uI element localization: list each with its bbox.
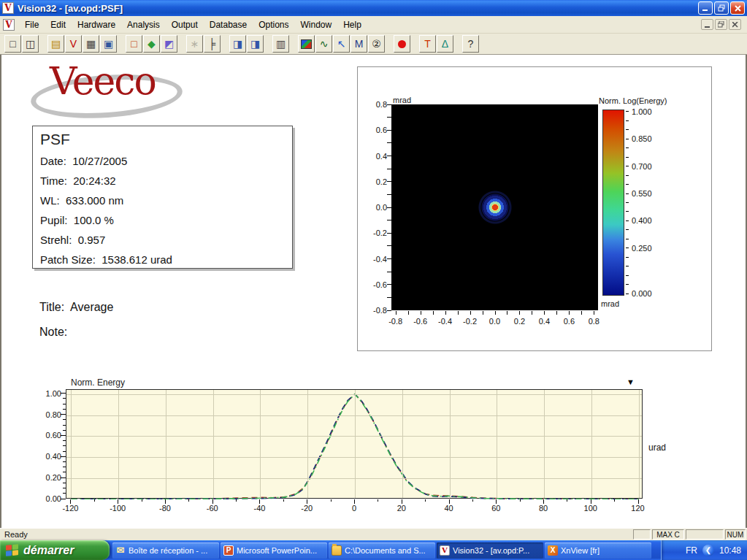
minimize-button[interactable] [698, 1, 713, 15]
close-button[interactable] [730, 1, 745, 15]
colorbar-tick-label: 0.250 [632, 244, 661, 253]
chart-y-tick [63, 445, 66, 446]
menu-item-options[interactable]: Options [253, 18, 294, 32]
x-axis-tick [569, 311, 570, 315]
psf-heading: PSF [40, 131, 292, 148]
x-axis-tick-label: -0.2 [461, 317, 479, 326]
taskbar-task-vision[interactable]: VVision32 - [av.opd:P... [437, 542, 543, 559]
chart-gridline-v [166, 390, 166, 498]
mdi-close-button[interactable] [729, 19, 741, 30]
xnview-icon: X [548, 545, 558, 556]
save-button[interactable]: ▣ [100, 35, 117, 53]
note-line: Note: [39, 326, 71, 339]
menu-item-help[interactable]: Help [337, 18, 367, 32]
masks-button[interactable]: ◩ [161, 35, 177, 53]
start-button[interactable]: démarrer [0, 540, 110, 560]
psf-2d-image[interactable] [391, 104, 598, 310]
chart-y-tick-label: 1.00 [39, 389, 61, 398]
chart-y-tick [63, 472, 66, 472]
psf-field-time: Time: 20:24:32 [40, 171, 292, 191]
colorbar-tick [626, 157, 629, 158]
taskbar: démarrer ✉Boîte de réception - ...PMicro… [0, 540, 747, 560]
menu-item-output[interactable]: Output [166, 18, 204, 32]
chart-y-tick [63, 398, 66, 399]
taskbar-task-folder[interactable]: C:\Documents and S... [329, 542, 435, 559]
open-opd-file-button[interactable]: V [65, 35, 82, 53]
new-document-button[interactable]: □ [4, 35, 21, 53]
new-measurement-button[interactable]: □ [126, 35, 142, 53]
task-label: XnView [fr] [561, 546, 599, 555]
taskbar-task-xnview[interactable]: XXnView [fr] [545, 542, 651, 559]
restore-icon [718, 4, 725, 12]
measure-setup-button[interactable]: ◨ [229, 35, 246, 53]
y-axis-tick [387, 310, 391, 311]
colorbar-tick [626, 175, 629, 176]
chart-x-tick-label: -120 [62, 504, 78, 513]
intensity-button[interactable]: ∗ [186, 35, 203, 53]
psf-field-pupil: Pupil: 100.0 % [40, 210, 292, 230]
print-button[interactable]: ▦ [83, 35, 99, 53]
x-axis-tick [483, 311, 483, 315]
restore-button[interactable] [714, 1, 729, 15]
menu-item-hardware[interactable]: Hardware [72, 18, 121, 32]
y-axis-tick [387, 272, 391, 272]
y-axis-tick-label: 0.0 [364, 203, 387, 212]
y-axis-tick [387, 207, 391, 208]
chart-gridline-v [497, 390, 497, 498]
menu-item-analysis[interactable]: Analysis [121, 18, 166, 32]
chart-gridline-h [66, 394, 642, 395]
taskbar-task-ppt[interactable]: PMicrosoft PowerPoin... [221, 542, 327, 559]
task-label: Microsoft PowerPoin... [237, 546, 317, 555]
menu-item-database[interactable]: Database [204, 18, 253, 32]
help-button[interactable]: ? [462, 35, 479, 53]
mdi-minimize-button[interactable] [701, 19, 713, 30]
analysis-cursor-button[interactable]: ↖ [333, 35, 350, 53]
mdi-restore-button[interactable] [715, 19, 727, 30]
print-icon: ▦ [86, 38, 96, 50]
copy-data-button[interactable]: ▥ [272, 35, 289, 53]
y-axis-tick [387, 284, 391, 285]
psf-field-patchsize: Patch Size: 1538.612 urad [40, 250, 292, 269]
chart-y-tick-label: 0.20 [39, 473, 61, 482]
language-indicator[interactable]: FR [686, 545, 697, 556]
record-button[interactable] [394, 35, 410, 53]
measure-options-button[interactable]: ◨ [247, 35, 264, 53]
y-axis-tick [387, 117, 391, 118]
chart-x-tick [425, 499, 426, 502]
process-data-button[interactable]: ◆ [143, 35, 160, 53]
chart-x-tick [188, 499, 189, 502]
mdi-close-icon [732, 22, 738, 28]
chart-x-tick [259, 499, 260, 504]
folder-icon [332, 545, 342, 556]
x-axis-tick [594, 311, 594, 315]
chart-title: Norm. Energy [71, 377, 125, 388]
tray-hide-icon[interactable]: ❮ [702, 545, 714, 556]
menu-item-file[interactable]: File [19, 18, 45, 32]
chart-x-tick [614, 499, 615, 502]
surface-image-button[interactable] [298, 35, 315, 53]
chart-dropdown-icon[interactable]: ▼ [627, 377, 635, 386]
caliper-button[interactable]: ╞ [204, 35, 221, 53]
colorbar-tick [626, 166, 629, 166]
status-cell-max-c: MAX C [652, 529, 684, 540]
y-axis-tick-label: 0.4 [364, 152, 387, 161]
chart-plot-area[interactable] [66, 389, 643, 499]
chart-gridline-h [66, 436, 642, 437]
clock[interactable]: 10:48 [719, 545, 741, 556]
menu-item-edit[interactable]: Edit [45, 18, 72, 32]
task-label: Vision32 - [av.opd:P... [453, 546, 529, 555]
mdi-minimize-icon [705, 22, 710, 28]
chart-gridline-v [639, 390, 640, 498]
text-tool-button[interactable]: T [419, 35, 436, 53]
menu-item-window[interactable]: Window [295, 18, 338, 32]
taskbar-task-mail[interactable]: ✉Boîte de réception - ... [112, 542, 219, 559]
new-multi-document-button[interactable]: ◫ [22, 35, 39, 53]
open-file-button[interactable]: ▤ [47, 35, 64, 53]
profile-plot-button[interactable]: ∿ [315, 35, 332, 53]
lab-analysis-button[interactable]: Δ [437, 35, 453, 53]
zernike-button[interactable]: ② [368, 35, 385, 53]
chart-x-tick [378, 499, 378, 502]
y-axis-tick [387, 220, 391, 220]
m-analysis-button[interactable]: M [350, 35, 367, 53]
chart-y-tick [61, 456, 66, 457]
